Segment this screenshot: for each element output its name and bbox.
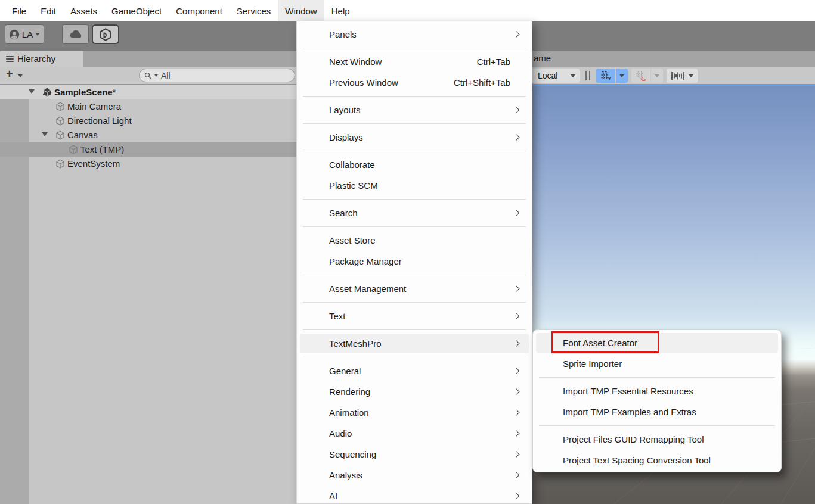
menu-item-previous-window[interactable]: Previous WindowCtrl+Shift+Tab	[297, 72, 532, 93]
chevron-down-icon	[689, 74, 693, 77]
menu-separator	[297, 223, 532, 230]
menu-item-audio[interactable]: Audio	[297, 423, 532, 444]
menu-item-collaborate[interactable]: Collaborate	[297, 154, 532, 175]
menu-item-project-text-spacing-conversion-tool[interactable]: Project Text Spacing Conversion Tool	[533, 450, 781, 471]
menu-item-label: Asset Management	[329, 278, 406, 299]
menu-item-textmeshpro[interactable]: TextMeshPro	[297, 333, 532, 354]
create-object-button[interactable]: +	[6, 67, 13, 81]
menu-item-text[interactable]: Text	[297, 306, 532, 326]
menu-separator	[297, 326, 532, 333]
menu-separator	[297, 93, 532, 99]
hierarchy-row-eventsystem[interactable]: EventSystem	[0, 157, 296, 171]
menu-item-displays[interactable]: Displays	[297, 127, 532, 148]
menu-item-label: Previous Window	[329, 72, 398, 93]
menu-item-label: AI	[329, 486, 337, 504]
submenu-chevron-icon	[514, 452, 520, 458]
account-dropdown-button[interactable]: LA	[5, 24, 44, 44]
gameobject-cube-icon	[55, 102, 65, 111]
snap-settings-dropdown[interactable]	[651, 69, 663, 83]
submenu-chevron-icon	[514, 313, 520, 319]
menu-item-label: Analysis	[329, 465, 362, 486]
grid-visibility-toggle[interactable]: Y	[596, 69, 615, 83]
menu-item-rendering[interactable]: Rendering	[297, 381, 532, 402]
hierarchy-row-directional-light[interactable]: Directional Light	[0, 114, 296, 128]
create-object-dropdown-icon[interactable]	[18, 74, 23, 77]
menu-item-label: Rendering	[329, 381, 370, 402]
scene-icon	[42, 88, 52, 97]
hierarchy-row-canvas[interactable]: Canvas	[0, 128, 296, 142]
game-view-toolbar: Local Y	[527, 69, 698, 83]
menu-item-label: Next Window	[329, 51, 382, 72]
menu-item-general[interactable]: General	[297, 360, 532, 381]
menubar-item-file[interactable]: File	[5, 0, 33, 21]
plastic-scm-icon	[100, 28, 111, 41]
tab-hierarchy[interactable]: Hierarchy	[0, 51, 83, 67]
gameobject-cube-icon	[55, 159, 65, 169]
menu-item-label: Audio	[329, 423, 352, 444]
plastic-scm-button[interactable]	[92, 24, 119, 44]
search-placeholder: All	[161, 71, 171, 80]
menu-item-import-tmp-examples-and-extras[interactable]: Import TMP Examples and Extras	[533, 402, 781, 422]
menu-item-label: Layouts	[329, 99, 361, 120]
menubar-item-component[interactable]: Component	[169, 0, 230, 21]
window-menu-dropdown: PanelsNext WindowCtrl+TabPrevious Window…	[296, 21, 532, 504]
menu-item-label: Sequencing	[329, 444, 376, 465]
hierarchy-panel: SampleScene*Main CameraDirectional Light…	[0, 85, 296, 504]
menu-item-layouts[interactable]: Layouts	[297, 99, 532, 120]
menu-item-search[interactable]: Search	[297, 203, 532, 223]
increment-snap-icon	[671, 71, 685, 80]
menu-item-shortcut: Ctrl+Shift+Tab	[454, 72, 510, 93]
hierarchy-search-input[interactable]: All	[139, 69, 295, 82]
menu-item-label: Sprite Importer	[563, 353, 622, 374]
menu-separator	[297, 148, 532, 154]
hierarchy-item-label: Main Camera	[67, 99, 121, 114]
expand-arrow-icon[interactable]	[42, 132, 48, 136]
hierarchy-item-label: Directional Light	[67, 114, 132, 128]
gameobject-cube-icon	[55, 116, 65, 126]
submenu-chevron-icon	[514, 368, 520, 374]
menu-item-analysis[interactable]: Analysis	[297, 465, 532, 486]
menubar-item-services[interactable]: Services	[230, 0, 278, 21]
snap-to-grid-toggle[interactable]	[631, 69, 650, 83]
menu-item-label: Asset Store	[329, 230, 376, 251]
submenu-chevron-icon	[514, 410, 520, 416]
menu-item-project-files-guid-remapping-tool[interactable]: Project Files GUID Remapping Tool	[533, 429, 781, 450]
hierarchy-row-text-tmp-[interactable]: Text (TMP)	[0, 142, 296, 157]
menu-item-asset-management[interactable]: Asset Management	[297, 278, 532, 299]
focused-view-highlight	[525, 85, 815, 86]
menu-item-plastic-scm[interactable]: Plastic SCM	[297, 175, 532, 196]
menu-item-label: Displays	[329, 127, 363, 148]
menu-item-asset-store[interactable]: Asset Store	[297, 230, 532, 251]
menu-item-sequencing[interactable]: Sequencing	[297, 444, 532, 465]
menu-item-shortcut: Ctrl+Tab	[477, 51, 510, 72]
tab-game-partial[interactable]: ame	[534, 53, 551, 63]
menu-separator	[297, 196, 532, 203]
chevron-down-icon	[35, 33, 40, 36]
menu-item-package-manager[interactable]: Package Manager	[297, 251, 532, 272]
hierarchy-row-samplescene-[interactable]: SampleScene*	[0, 85, 296, 99]
menubar-item-help[interactable]: Help	[324, 0, 357, 21]
main-menu-bar: FileEditAssetsGameObjectComponentService…	[0, 0, 815, 21]
menu-item-sprite-importer[interactable]: Sprite Importer	[533, 353, 781, 374]
submenu-chevron-icon	[514, 431, 520, 437]
toolbar-divider	[585, 71, 590, 80]
menu-item-next-window[interactable]: Next WindowCtrl+Tab	[297, 51, 532, 72]
menu-item-label: Animation	[329, 402, 369, 423]
menu-item-ai[interactable]: AI	[297, 486, 532, 504]
menubar-item-assets[interactable]: Assets	[63, 0, 104, 21]
hierarchy-row-main-camera[interactable]: Main Camera	[0, 99, 296, 114]
expand-arrow-icon[interactable]	[29, 89, 35, 94]
menu-separator	[533, 422, 781, 429]
grid-axis-dropdown[interactable]	[616, 69, 628, 83]
menu-item-label: Search	[329, 203, 358, 223]
menubar-item-window[interactable]: Window	[278, 0, 324, 21]
search-filter-dropdown-icon[interactable]	[154, 74, 158, 77]
menu-item-animation[interactable]: Animation	[297, 402, 532, 423]
menu-item-import-tmp-essential-resources[interactable]: Import TMP Essential Resources	[533, 381, 781, 402]
menu-item-panels[interactable]: Panels	[297, 24, 532, 45]
menubar-item-edit[interactable]: Edit	[33, 0, 63, 21]
menubar-item-gameobject[interactable]: GameObject	[104, 0, 169, 21]
cloud-services-button[interactable]	[62, 24, 89, 44]
handle-rotation-local-dropdown[interactable]: Local	[527, 69, 580, 83]
increment-snap-button[interactable]	[667, 69, 698, 83]
